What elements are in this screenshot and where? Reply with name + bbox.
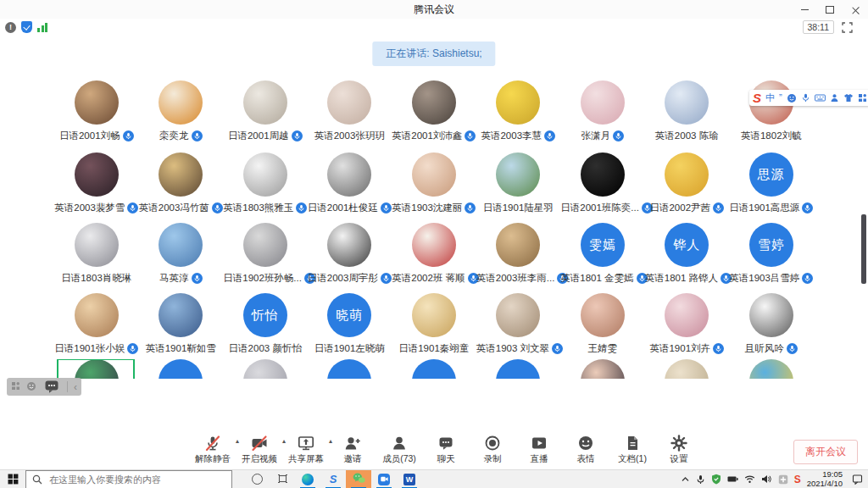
tray-mic-icon[interactable] [696,474,705,485]
emoji-picker-icon[interactable] [787,93,797,103]
toolbar-docs-button[interactable]: 文档(1) [615,434,650,465]
expand-options-arrow[interactable]: ▴ [282,437,286,445]
toolbox-icon[interactable] [858,93,867,103]
close-button[interactable] [843,0,868,19]
participant-tile[interactable] [645,359,730,379]
leave-meeting-button[interactable]: 离开会议 [793,440,858,464]
participant-tile[interactable] [560,359,645,379]
participant-tile[interactable]: 英语1901靳如雪 [139,293,224,355]
search-input[interactable] [47,474,203,485]
participant-tile[interactable]: 日语1902班孙畅... [223,223,308,285]
participant-tile[interactable]: 雪婷英语1903吕雪婷 [729,223,814,285]
chevron-up-icon[interactable] [681,474,690,484]
participant-tile[interactable]: 日语2001杜俊廷 [308,152,392,214]
expand-options-arrow[interactable]: ▴ [236,437,239,445]
skin-icon[interactable] [843,93,854,103]
participant-tile[interactable]: 晓萌日语1901左晓萌 [308,293,392,355]
participant-tile[interactable]: 张潇月 [560,80,645,142]
participant-tile[interactable]: 英语2003冯竹茵 [139,152,224,214]
taskbar-clock[interactable]: 19:05 2021/4/10 [807,470,843,488]
participant-tile[interactable]: 英语2003张玥玥 [308,80,392,142]
toolbar-members-button[interactable]: 成员(73) [381,434,417,465]
punctuation-mode-icon[interactable]: ” [779,93,782,103]
participant-tile[interactable]: 英语1803熊雅玉 [223,152,308,214]
participant-tile[interactable]: 日语2001班陈奕... [560,152,645,214]
participant-tile[interactable]: 日语2003周宇彤 [308,223,392,285]
maximize-button[interactable] [817,0,843,19]
participant-tile[interactable]: 日语2001周越 [223,80,308,142]
taskbar-app-tencent-meeting[interactable] [371,470,397,488]
participant-tile[interactable]: 日语1901秦翊童 [392,293,476,355]
participant-tile[interactable] [308,359,392,379]
handwriting-icon[interactable] [830,93,839,103]
tray-shield-icon[interactable] [711,474,721,485]
chinese-mode-icon[interactable]: 中 [765,93,775,103]
grid-icon[interactable] [11,381,20,392]
participant-tile[interactable]: 日语1803肖晓琳 [54,223,139,285]
voice-input-icon[interactable] [801,93,810,103]
toolbar-chat-button[interactable]: 聊天 [428,434,464,465]
tray-ime-icon[interactable] [778,474,788,485]
expand-options-arrow[interactable]: ▴ [329,437,332,445]
participant-tile[interactable]: 英语2001刘沛鑫 [392,80,476,142]
participant-tile[interactable]: 且听风吟 [729,293,814,355]
soft-keyboard-icon[interactable] [815,93,826,103]
toolbar-settings-button[interactable]: 设置 [661,434,697,465]
taskbar-app-taskview[interactable] [270,470,295,488]
participant-tile[interactable] [223,359,308,379]
participant-tile[interactable]: 栾奕龙 [139,80,224,142]
participant-tile[interactable]: 日语1901张小娱 [54,293,139,355]
smile-icon[interactable] [26,381,36,393]
participant-tile[interactable]: 马英淳 [139,223,224,285]
participant-tile[interactable] [476,359,561,379]
tray-sogou-icon[interactable]: S [794,474,801,485]
toolbar-mic-muted-button[interactable]: 解除静音▴ [195,434,231,465]
participant-tile[interactable]: 思源日语1901高思源 [729,152,814,214]
participant-tile[interactable] [729,359,814,379]
participant-tile[interactable]: 英语2003裴梦雪 [54,152,139,214]
participant-tile[interactable] [139,359,224,379]
tray-volume-icon[interactable] [761,474,772,484]
participant-tile[interactable] [392,359,476,379]
participant-tile[interactable]: 英语1901刘卉 [645,293,730,355]
tray-wifi-icon[interactable] [744,474,755,484]
scrollbar-thumb[interactable] [861,214,866,284]
participant-tile[interactable]: 忻怡日语2003 颜忻怡 [223,293,308,355]
taskbar-app-sogou-browser[interactable]: S [320,470,346,488]
participant-tile[interactable]: 英语2003 陈瑜 [645,80,730,142]
taskbar-app-wechat[interactable] [346,470,371,488]
meeting-info-icon[interactable]: ! [5,22,16,33]
participant-tile[interactable] [54,359,139,379]
participant-tile[interactable]: 英语1903沈建丽 [392,152,476,214]
participant-tile[interactable]: 雯嫣英语1801 金雯嫣 [560,223,645,285]
participant-tile[interactable]: 英语2003李慧 [476,80,561,142]
taskbar-app-edge[interactable] [295,470,320,488]
participant-tile[interactable]: 日语2001刘畅 [54,80,139,142]
participant-tile[interactable]: 王婧雯 [560,293,645,355]
participant-tile[interactable]: 英语2003班李雨... [476,223,561,285]
network-signal-icon[interactable] [37,22,47,32]
participant-tile[interactable]: 英语1903 刘文翠 [476,293,561,355]
toolbar-record-button[interactable]: 录制 [475,434,510,465]
toolbar-camera-muted-button[interactable]: 开启视频▴ [242,434,277,465]
fullscreen-button[interactable] [842,22,853,33]
participant-tile[interactable]: 日语1901陆星羽 [476,152,561,214]
start-button[interactable] [0,470,25,488]
taskbar-search[interactable] [25,470,232,488]
minimize-button[interactable] [792,0,817,19]
chat-icon[interactable] [42,377,61,397]
toolbar-invite-button[interactable]: 邀请 [335,434,370,465]
taskbar-app-cortana[interactable] [244,470,270,488]
toolbar-emoji-button[interactable]: 表情 [568,434,604,465]
sogou-logo-icon[interactable]: S [753,92,761,104]
tray-battery-icon[interactable] [727,475,738,483]
security-shield-icon[interactable] [21,21,32,33]
participant-tile[interactable]: 英语2002班 蒋顺 [392,223,476,285]
taskbar-app-word[interactable]: W [397,470,422,488]
toolbar-share-screen-button[interactable]: 共享屏幕▴ [288,434,324,465]
participant-tile[interactable]: 铧人英语1801 路铧人 [645,223,730,285]
collapse-arrow-icon[interactable]: ‹ [74,382,77,392]
action-center-button[interactable] [852,474,863,485]
participant-tile[interactable]: 日语2002尹茜 [645,152,730,214]
toolbar-live-button[interactable]: 直播 [521,434,557,465]
